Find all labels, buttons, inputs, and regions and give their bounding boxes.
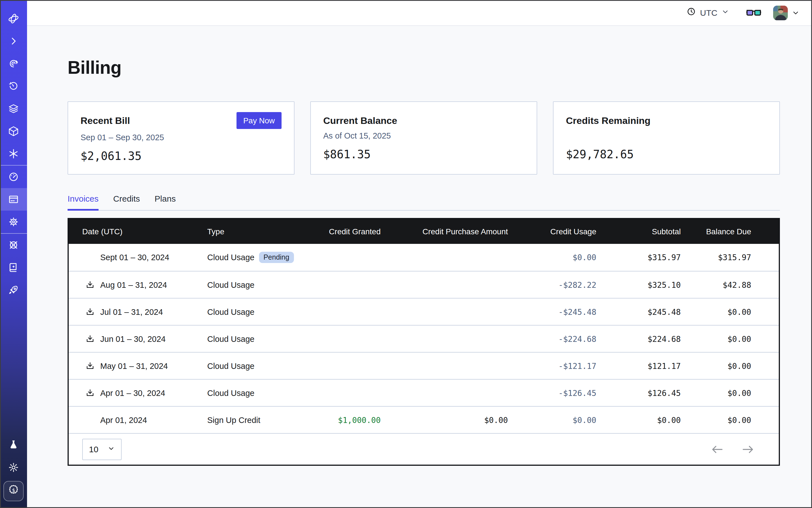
invoices-table: Date (UTC)TypeCredit GrantedCredit Purch… (68, 218, 780, 466)
invoice-date: Sept 01 – 30, 2024 (100, 253, 169, 262)
invoice-date-cell: May 01 – 31, 2024 (69, 361, 207, 370)
sidebar-item-support[interactable] (0, 234, 27, 256)
invoice-type: Cloud Usage (207, 253, 255, 262)
sidebar-item-layers[interactable] (0, 97, 27, 120)
card-title: Current Balance (323, 115, 397, 127)
recent-bill-card: Recent Bill Pay Now Sep 01 – Sep 30, 202… (68, 101, 295, 175)
card-title: Recent Bill (81, 115, 130, 127)
logo-orbit-icon (7, 12, 20, 25)
sidebar-item-theme[interactable] (0, 456, 27, 479)
page-title: Billing (68, 56, 780, 79)
credits-badge-button[interactable]: $ (3, 481, 24, 501)
dollar-badge-icon: $ (7, 484, 20, 499)
support-wheel-icon (8, 239, 19, 251)
card-subtitle: Sep 01 – Sep 30, 2025 (81, 132, 282, 143)
invoice-date: Jun 01 – 30, 2024 (100, 334, 166, 343)
sidebar-item-settings[interactable] (0, 211, 27, 233)
column-header: Credit Purchase Amount (381, 227, 508, 236)
subtotal-cell: $126.45 (596, 388, 681, 397)
sidebar-item-launch[interactable] (0, 279, 27, 301)
download-invoice-icon[interactable] (86, 334, 95, 343)
download-invoice-icon[interactable] (86, 388, 95, 397)
timezone-label: UTC (700, 8, 717, 17)
download-invoice-icon[interactable] (86, 307, 95, 316)
sidebar: $ (0, 0, 27, 508)
invoice-date: Apr 01 – 30, 2024 (100, 388, 165, 397)
pay-now-button[interactable]: Pay Now (237, 112, 282, 129)
column-header: Type (207, 227, 305, 236)
next-page-button[interactable] (741, 444, 754, 454)
table-row: May 01 – 31, 2024Cloud Usage-$121.17$121… (69, 352, 779, 379)
subtotal-cell: $121.17 (596, 361, 681, 370)
column-header: Credit Usage (508, 227, 596, 236)
card-subtitle: As of Oct 15, 2025 (323, 130, 524, 141)
table-row: Aug 01 – 31, 2024Cloud Usage-$282.22$325… (69, 271, 779, 298)
chevron-down-icon (721, 8, 729, 18)
tab-invoices[interactable]: Invoices (68, 194, 98, 210)
sidebar-item-labs[interactable] (0, 434, 27, 456)
main-content: Billing Recent Bill Pay Now Sep 01 – Sep… (27, 26, 812, 508)
invoice-type: Sign Up Credit (207, 415, 260, 424)
card-amount: $29,782.65 (566, 147, 767, 161)
billing-tabs: Invoices Credits Plans (68, 194, 780, 211)
layers-icon (8, 103, 19, 114)
page-size-select[interactable]: 10 (82, 438, 122, 460)
sidebar-item-home[interactable] (0, 7, 27, 30)
download-invoice-icon[interactable] (86, 361, 95, 370)
sidebar-bottom-group: $ (0, 434, 27, 508)
download-invoice-icon[interactable] (86, 280, 95, 289)
sidebar-item-dashboard[interactable] (0, 166, 27, 188)
dashboard-gauge-icon (8, 171, 19, 182)
table-row: Sept 01 – 30, 2024Cloud UsagePending$0.0… (69, 244, 779, 271)
prev-page-button[interactable] (711, 444, 724, 454)
avatar[interactable] (773, 5, 788, 20)
credit-usage-cell: -$126.45 (508, 388, 596, 397)
current-balance-card: Current Balance As of Oct 15, 2025 $861.… (310, 101, 537, 175)
tab-plans[interactable]: Plans (155, 194, 176, 210)
tab-credits[interactable]: Credits (113, 194, 140, 210)
settings-gear-icon (8, 216, 19, 227)
credit-usage-cell: -$245.48 (508, 307, 596, 316)
column-header: Balance Due (681, 227, 751, 236)
subtotal-cell: $0.00 (596, 415, 681, 424)
invoice-type-cell: Sign Up Credit (207, 415, 305, 424)
card-subtitle (566, 130, 767, 141)
subtotal-cell: $245.48 (596, 307, 681, 316)
table-row: Apr 01, 2024Sign Up Credit$1,000.00$0.00… (69, 406, 779, 433)
chevron-right-icon (8, 36, 18, 46)
sidebar-item-cube[interactable] (0, 120, 27, 142)
timezone-selector[interactable]: UTC (686, 7, 729, 18)
topbar: UTC (27, 0, 812, 26)
sidebar-item-billing[interactable] (0, 188, 27, 211)
invoice-type: Cloud Usage (207, 388, 255, 397)
glasses-icon[interactable] (746, 8, 761, 18)
invoice-date-cell: Jun 01 – 30, 2024 (69, 334, 207, 343)
invoice-date-cell: Jul 01 – 31, 2024 (69, 307, 207, 316)
sidebar-expand-button[interactable] (0, 30, 27, 52)
insights-eye-icon (8, 58, 19, 69)
card-title: Credits Remaining (566, 115, 650, 127)
sidebar-item-history[interactable] (0, 75, 27, 97)
sidebar-item-asterisk[interactable] (0, 142, 27, 165)
subtotal-cell: $315.97 (596, 253, 681, 262)
invoice-date-cell: Apr 01 – 30, 2024 (69, 388, 207, 397)
sidebar-item-insights[interactable] (0, 52, 27, 75)
invoice-type: Cloud Usage (207, 280, 255, 289)
invoice-date: May 01 – 31, 2024 (100, 361, 168, 370)
balance-due-cell: $315.97 (681, 253, 751, 262)
card-amount: $861.35 (323, 147, 524, 161)
table-row: Jul 01 – 31, 2024Cloud Usage-$245.48$245… (69, 298, 779, 325)
invoice-type-cell: Cloud Usage (207, 280, 305, 289)
clock-icon (686, 7, 696, 18)
balance-due-cell: $0.00 (681, 307, 751, 316)
invoice-type-cell: Cloud UsagePending (207, 252, 305, 263)
invoice-type-cell: Cloud Usage (207, 307, 305, 316)
theme-sun-icon (8, 462, 19, 473)
invoice-rows: Sept 01 – 30, 2024Cloud UsagePending$0.0… (69, 244, 779, 433)
table-row: Apr 01 – 30, 2024Cloud Usage-$126.45$126… (69, 379, 779, 406)
chevron-down-icon[interactable] (792, 9, 800, 16)
column-header: Date (UTC) (69, 227, 207, 236)
asterisk-icon (8, 148, 19, 159)
chevron-down-icon (108, 444, 115, 454)
sidebar-item-docs[interactable] (0, 256, 27, 279)
